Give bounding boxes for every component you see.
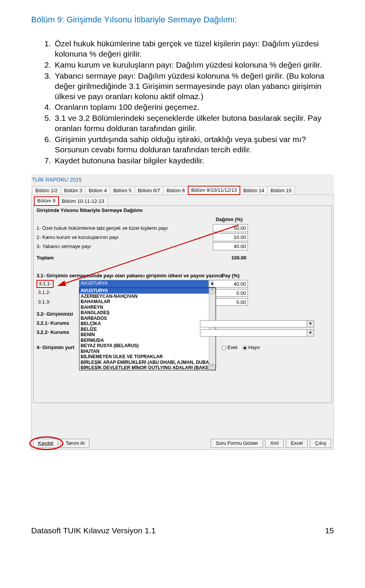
label-322: 3.2.2- Kurums bbox=[36, 329, 69, 336]
scroll-up-icon[interactable]: ˄ bbox=[209, 288, 216, 294]
tab-bolum-9-13[interactable]: Bölüm 9/10/11/12/13 bbox=[188, 186, 240, 195]
sub31-label: 3.1- Girişimin sermayesinde payı olan ya… bbox=[36, 273, 224, 278]
row2-label: 2- Kamu kurum ve kuruluşlarının payı bbox=[36, 234, 119, 241]
radio-icon bbox=[243, 346, 247, 350]
list-item[interactable]: BERMUDA bbox=[79, 338, 216, 343]
tab-bolum-4[interactable]: Bölüm 4 bbox=[85, 186, 110, 195]
excel-button[interactable]: Excel bbox=[286, 439, 308, 448]
list-item[interactable]: BARBADOS bbox=[79, 316, 216, 321]
list-item[interactable]: BELİZE bbox=[79, 327, 216, 332]
combo-321[interactable]: ▼ bbox=[200, 320, 314, 327]
index-311: 3.1.1- bbox=[36, 280, 54, 288]
list-item[interactable]: BİRLEŞİK ARAP EMİRLİKLERİ (ABU DHABİ, AJ… bbox=[79, 360, 216, 365]
list-item[interactable]: BHUTAN bbox=[79, 349, 216, 354]
pay-header: Pay (%) bbox=[222, 273, 240, 279]
list-item[interactable]: BENİN bbox=[79, 332, 216, 338]
list-item[interactable]: BANGLADEŞ bbox=[79, 310, 216, 316]
list-item[interactable]: BİLİNEMEYEN ÜLKE VE TOPRAKLAR bbox=[79, 354, 216, 360]
country-listbox[interactable]: AVUSTURYA AZERBEYCAN-NAHÇIVAN BAHAMALAR … bbox=[79, 288, 216, 370]
subtab-bolum-9[interactable]: Bölüm 9 bbox=[34, 196, 59, 206]
list-item[interactable]: AVUSTURYA bbox=[79, 288, 216, 294]
instruction-item: Girişimin yurtdışında sahip olduğu iştir… bbox=[53, 134, 334, 155]
instruction-item: Özel hukuk hükümlerine tabi gerçek ve tü… bbox=[53, 39, 334, 59]
list-item[interactable]: BEYAZ RUSYA (BELARUS) bbox=[79, 343, 216, 349]
tab-bolum-15[interactable]: Bölüm 15 bbox=[267, 186, 295, 195]
list-item[interactable]: AZERBEYCAN-NAHÇIVAN bbox=[79, 294, 216, 299]
pay-input-312[interactable] bbox=[213, 289, 248, 297]
row3-value-input[interactable] bbox=[213, 242, 248, 250]
list-item[interactable]: BAHAMALAR bbox=[79, 299, 216, 305]
tab-bolum-5[interactable]: Bölüm 5 bbox=[110, 186, 135, 195]
list-item[interactable]: BİRLEŞİK DEVLETLER MİNOR OUTLYING ADALAR… bbox=[79, 365, 216, 370]
list-item[interactable]: BAHREYN bbox=[79, 305, 216, 310]
app-window: TUİK RAPORU 2015 Bölüm 1/2 Bölüm 3 Bölüm… bbox=[31, 174, 334, 450]
row2-value-input[interactable] bbox=[213, 233, 248, 241]
index-313: 3.1.3- bbox=[38, 299, 51, 305]
footer-left: Datasoft TUIK Kılavuz Versiyon 1.1 bbox=[31, 526, 156, 536]
main-tab-row: Bölüm 1/2 Bölüm 3 Bölüm 4 Bölüm 5 Bölüm … bbox=[31, 186, 334, 195]
radio-group-yurtdisi: Evet Hayır bbox=[222, 345, 264, 351]
dagilim-header: Dağılım (%) bbox=[216, 217, 243, 223]
instruction-item: Kamu kurum ve kuruluşların payı: Dağılım… bbox=[53, 60, 334, 70]
soru-formu-button[interactable]: Soru Formu Göster bbox=[211, 439, 263, 448]
index-312: 3.1.2- bbox=[38, 289, 51, 296]
radio-hayir[interactable]: Hayır bbox=[243, 345, 260, 351]
radio-evet-label: Evet bbox=[227, 345, 237, 350]
main-tab-panel: Bölüm 9 Bölüm 10-11-12-13 Girişimde Yıls… bbox=[31, 194, 334, 450]
total-value: 100.00 bbox=[213, 255, 248, 261]
sermaye-fieldset: Girişimde Yılsonu İtibariyle Sermaye Dağ… bbox=[33, 205, 332, 403]
tab-bolum-8[interactable]: Bölüm 8 bbox=[163, 186, 188, 195]
section-heading: Bölüm 9: Girişimde Yılsonu İtibariyle Se… bbox=[31, 14, 334, 25]
country-dropdown-area: 3.1.1- AVUSTURYA ▼ 3.1.2- 3.1.3- AVUSTUR… bbox=[36, 279, 328, 374]
scrollbar[interactable]: ˄ ˅ bbox=[209, 288, 216, 370]
instruction-list: Özel hukuk hükümlerine tabi gerçek ve tü… bbox=[31, 39, 334, 166]
row1-value-input[interactable] bbox=[213, 224, 248, 232]
subtab-bolum-10-13[interactable]: Bölüm 10-11-12-13 bbox=[59, 197, 108, 206]
instruction-item: Kaydet butonuna basılar bilgiler kaydedi… bbox=[53, 156, 334, 166]
combo-322[interactable]: ▼ bbox=[200, 329, 314, 337]
list-item[interactable]: BELÇİKA bbox=[79, 321, 216, 327]
radio-evet[interactable]: Evet bbox=[222, 345, 237, 351]
tab-bolum-1-2[interactable]: Bölüm 1/2 bbox=[32, 186, 61, 195]
radio-hayir-label: Hayır bbox=[248, 345, 260, 350]
instruction-item: Oranların toplamı 100 değerini geçemez. bbox=[53, 102, 334, 112]
radio-icon bbox=[222, 346, 226, 350]
chevron-down-icon[interactable]: ▼ bbox=[307, 321, 314, 327]
app-title: TUİK RAPORU 2015 bbox=[31, 176, 334, 186]
xml-button[interactable]: Xml bbox=[265, 439, 283, 448]
chevron-down-icon[interactable]: ▼ bbox=[307, 330, 314, 336]
tab-bolum-6-7[interactable]: Bölüm 6/7 bbox=[135, 186, 164, 195]
pay-input-313[interactable] bbox=[213, 298, 248, 306]
label-321: 3.2.1- Kurums bbox=[36, 320, 69, 327]
page-footer: Datasoft TUIK Kılavuz Versiyon 1.1 15 bbox=[31, 526, 334, 536]
tab-bolum-14[interactable]: Bölüm 14 bbox=[240, 186, 268, 195]
sub-tab-row: Bölüm 9 Bölüm 10-11-12-13 bbox=[33, 196, 332, 206]
label-32: 3.2- Girişiminizi bbox=[36, 311, 73, 318]
country-select-311[interactable]: AVUSTURYA bbox=[79, 280, 216, 288]
cikis-button[interactable]: Çıkış bbox=[310, 439, 331, 448]
total-label: Toplam bbox=[36, 255, 54, 261]
footer-page-number: 15 bbox=[325, 526, 334, 536]
instruction-item: 3.1 ve 3.2 Bölümlerindeki seçeneklerde ü… bbox=[53, 113, 334, 134]
row3-label: 3- Yabancı sermaye payı bbox=[36, 243, 91, 250]
pay-input-311[interactable] bbox=[213, 280, 248, 288]
instruction-item: Yabancı sermaye payı: Dağılım yüzdesi ko… bbox=[53, 71, 334, 102]
scroll-down-icon[interactable]: ˅ bbox=[209, 364, 216, 370]
fieldset-legend: Girişimde Yılsonu İtibariyle Sermaye Dağ… bbox=[36, 207, 328, 214]
row1-label: 1- Özel hukuk hükümlerine tabi gerçek ve… bbox=[36, 225, 168, 232]
tanim-al-button[interactable]: Tanım Al bbox=[60, 439, 89, 448]
button-bar: Kaydet Tanım Al Soru Formu Göster Xml Ex… bbox=[33, 437, 332, 448]
tab-bolum-3[interactable]: Bölüm 3 bbox=[61, 186, 86, 195]
annotation-circle-icon bbox=[29, 436, 63, 450]
label-4: 4- Girişimin yurt bbox=[36, 345, 75, 351]
